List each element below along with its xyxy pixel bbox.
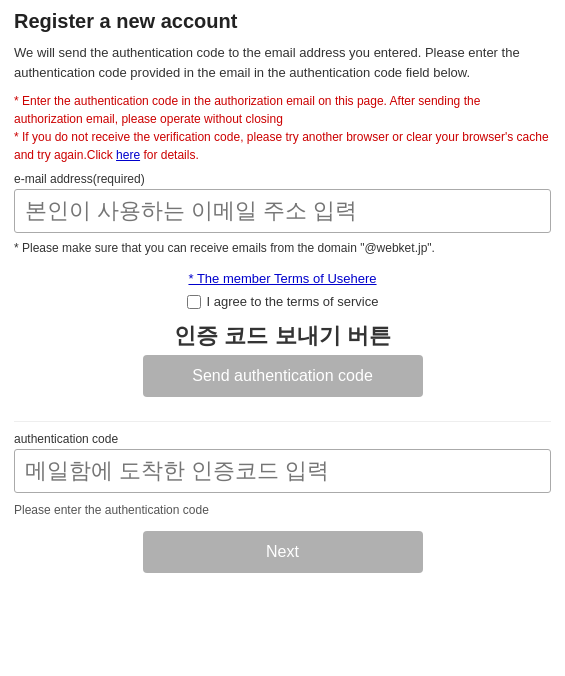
notice2-suffix: for details. [140, 148, 199, 162]
section-divider [14, 421, 551, 422]
notice2-prefix: * If you do not receive the verification… [14, 130, 549, 162]
agree-checkbox[interactable] [187, 295, 201, 309]
send-auth-button[interactable]: Send authentication code [143, 355, 423, 397]
auth-label: authentication code [14, 432, 551, 446]
auth-helper-text: Please enter the authentication code [14, 503, 551, 517]
page-title: Register a new account [14, 10, 551, 33]
agree-label: I agree to the terms of service [207, 294, 379, 309]
notice-block: * Enter the authentication code in the a… [14, 92, 551, 164]
next-button[interactable]: Next [143, 531, 423, 573]
terms-link[interactable]: * The member Terms of Usehere [188, 271, 376, 286]
email-input[interactable] [14, 189, 551, 233]
domain-notice-text: * Please make sure that you can receive … [14, 239, 551, 257]
here-link[interactable]: here [116, 148, 140, 162]
auth-code-input[interactable] [14, 449, 551, 493]
notice1-text: * Enter the authentication code in the a… [14, 94, 480, 126]
email-label: e-mail address(required) [14, 172, 551, 186]
send-korean-label: 인증 코드 보내기 버튼 [14, 321, 551, 351]
description-text: We will send the authentication code to … [14, 43, 551, 82]
